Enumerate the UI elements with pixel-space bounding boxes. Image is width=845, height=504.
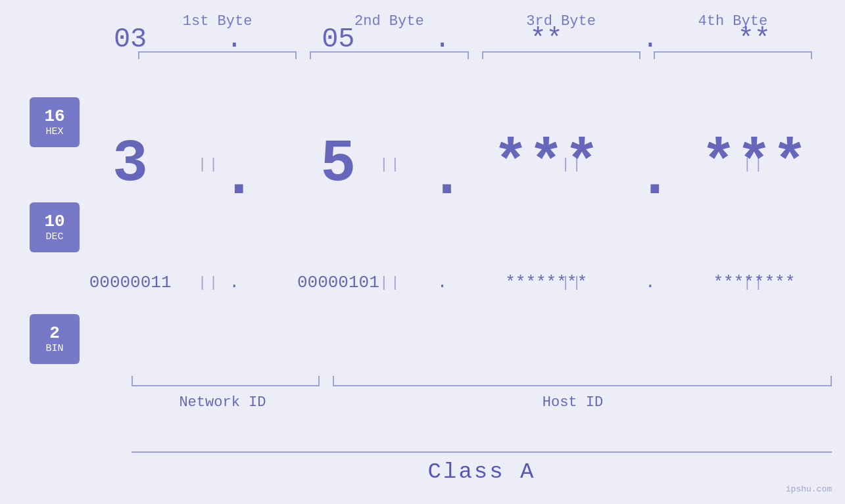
class-bar-line [132, 451, 832, 453]
dec-dot1: . [221, 131, 247, 198]
class-label: Class A [132, 459, 832, 484]
bin-b2: 00000101 [247, 273, 429, 292]
dec-b3: *** [456, 131, 637, 198]
hex-dot3: . [637, 24, 664, 55]
dec-badge-num: 10 [44, 212, 64, 231]
bin-badge-num: 2 [49, 324, 60, 343]
hex-b2: 05 [247, 24, 429, 55]
network-id-label: Network ID [132, 394, 314, 411]
dec-b4: *** [664, 131, 845, 198]
hex-b1: 03 [39, 24, 221, 55]
dec-b1: 3 [39, 131, 221, 198]
bin-b1: 00000011 [39, 273, 221, 292]
class-bar: Class A [132, 451, 832, 484]
dec-badge-label: DEC [45, 231, 63, 242]
hex-badge-num: 16 [44, 107, 64, 126]
bin-dot2: . [429, 273, 456, 292]
dec-b2: 5 [247, 131, 429, 198]
dec-dot2: . [429, 131, 456, 198]
hex-b4: ** [664, 24, 845, 55]
hex-dot1: . [221, 24, 247, 55]
dec-dot3: . [637, 131, 664, 198]
bin-dot1: . [221, 273, 247, 292]
id-labels: Network ID Host ID [132, 394, 832, 411]
dec-row: 3 . 5 . *** . *** [39, 131, 845, 197]
hex-row: 03 . 05 . ** . ** [39, 13, 845, 66]
watermark: ipshu.com [786, 484, 832, 494]
bin-row: 00000011 . 00000101 . ******** . *******… [39, 256, 845, 309]
host-id-label: Host ID [314, 394, 832, 411]
bin-b3: ******** [456, 273, 637, 292]
bin-badge: 2 BIN [30, 314, 80, 364]
dec-badge: 10 DEC [30, 202, 80, 252]
bracket-host [333, 376, 832, 386]
bin-dot3: . [637, 273, 664, 292]
hex-dot2: . [429, 24, 456, 55]
hex-b3: ** [456, 24, 637, 55]
main-container: 1st Byte 2nd Byte 3rd Byte 4th Byte 16 H… [0, 0, 845, 504]
bin-badge-label: BIN [45, 343, 63, 354]
bracket-network [132, 376, 320, 386]
bin-b4: ******** [664, 273, 845, 292]
bottom-brackets [132, 376, 832, 386]
